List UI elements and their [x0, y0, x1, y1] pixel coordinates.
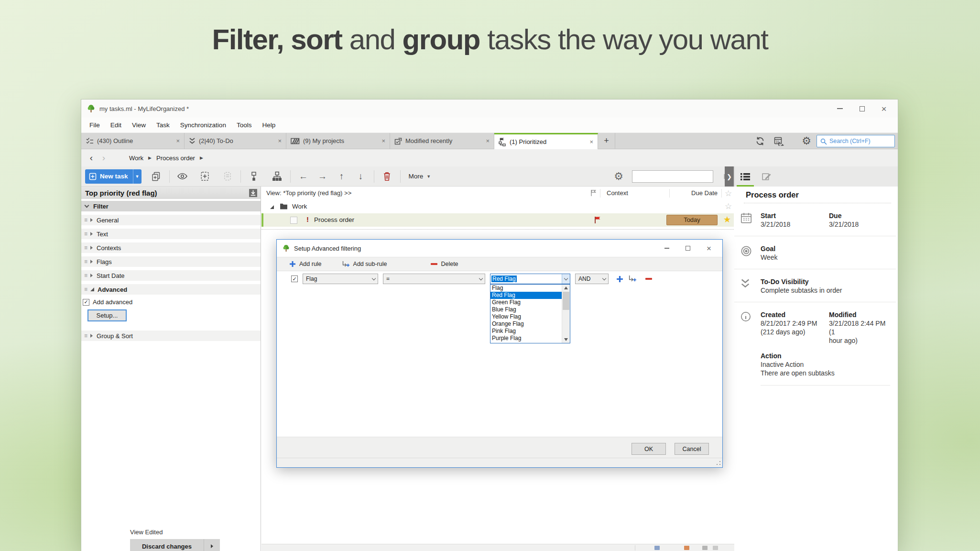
row-delete-icon[interactable]: [645, 278, 652, 280]
add-rule-button[interactable]: Add rule: [289, 261, 322, 267]
show-outline-button[interactable]: [270, 169, 284, 184]
resize-grip[interactable]: [716, 461, 721, 465]
sidebar-item-advanced[interactable]: ≡ Advanced: [81, 284, 261, 295]
drag-handle-icon[interactable]: ≡: [84, 258, 87, 265]
task-row-process-order[interactable]: ! Process order Today ★: [261, 213, 734, 227]
duplicate-task-button[interactable]: [149, 169, 163, 184]
menu-help[interactable]: Help: [257, 121, 281, 129]
sidebar-item-text[interactable]: ≡ Text: [81, 229, 261, 239]
search-input[interactable]: [817, 135, 894, 147]
tab-outline[interactable]: (430) Outline ×: [81, 133, 185, 149]
rule-enabled-checkbox[interactable]: ✓: [291, 276, 298, 282]
add-to-inbox-button[interactable]: [198, 169, 212, 184]
sidebar-item-contexts[interactable]: ≡ Contexts: [81, 242, 261, 253]
tab-task-properties[interactable]: [735, 166, 756, 187]
dialog-minimize-button[interactable]: [656, 241, 677, 256]
review-button[interactable]: [175, 169, 190, 184]
cancel-button[interactable]: Cancel: [675, 443, 709, 455]
dropdown-option[interactable]: Green Flag: [490, 299, 562, 306]
row-add-rule-icon[interactable]: [616, 276, 623, 283]
goal-value[interactable]: Week: [761, 253, 890, 262]
dialog-close-button[interactable]: ×: [698, 241, 719, 256]
flag-column-icon[interactable]: [590, 189, 597, 198]
minimize-button[interactable]: [829, 99, 851, 118]
dialog-maximize-button[interactable]: [677, 241, 698, 256]
todo-visibility-value[interactable]: Complete subtasks in order: [761, 286, 890, 295]
sync-schedule-button[interactable]: 31: [772, 134, 786, 148]
context-column-header[interactable]: Context: [607, 189, 628, 197]
discard-dropdown[interactable]: [204, 539, 220, 551]
move-down-button[interactable]: ↓: [354, 169, 368, 184]
view-settings-button[interactable]: ⚙: [611, 169, 626, 184]
scroll-up-icon[interactable]: [564, 287, 568, 289]
new-tab-button[interactable]: +: [598, 133, 615, 149]
due-value[interactable]: 3/21/2018: [829, 220, 890, 229]
menu-synchronization[interactable]: Synchronization: [175, 121, 231, 129]
dropdown-option[interactable]: Pink Flag: [490, 328, 562, 335]
star-toggle-active[interactable]: ★: [723, 214, 731, 225]
drag-handle-icon[interactable]: ≡: [84, 217, 87, 223]
start-value[interactable]: 3/21/2018: [761, 220, 829, 229]
clear-inbox-button[interactable]: [220, 169, 235, 184]
tab-notes-editor[interactable]: [756, 166, 777, 187]
delete-task-button[interactable]: [380, 169, 394, 184]
close-button[interactable]: ×: [873, 99, 895, 118]
star-toggle[interactable]: ☆: [725, 201, 732, 211]
settings-button[interactable]: ⚙: [799, 134, 814, 148]
drag-handle-icon[interactable]: ≡: [84, 286, 87, 293]
tab-prioritized[interactable]: (1) Prioritized ×: [494, 133, 598, 149]
scrollbar-thumb[interactable]: [563, 292, 569, 310]
tab-modified-recently[interactable]: Modified recently ×: [390, 133, 494, 149]
sidebar-item-flags[interactable]: ≡ Flags: [81, 256, 261, 267]
rule-operator-select[interactable]: =: [383, 274, 485, 284]
sidebar-item-group-sort[interactable]: ≡ Group & Sort: [81, 331, 261, 341]
sidebar-item-start-date[interactable]: ≡ Start Date: [81, 270, 261, 281]
indent-button[interactable]: →: [316, 169, 330, 184]
tab-close-icon[interactable]: ×: [486, 137, 490, 144]
dropdown-option[interactable]: Yellow Flag: [490, 313, 562, 320]
task-checkbox[interactable]: [290, 217, 297, 224]
menu-task[interactable]: Task: [151, 121, 175, 129]
rule-field-select[interactable]: Flag: [303, 274, 378, 284]
delete-rule-button[interactable]: Delete: [431, 261, 458, 267]
tab-todo[interactable]: (2|40) To-Do ×: [185, 133, 286, 149]
rule-value-combobox[interactable]: Red Flag: [490, 274, 570, 284]
red-flag-icon[interactable]: [594, 216, 601, 224]
dropdown-scrollbar[interactable]: [562, 285, 570, 343]
outdent-button[interactable]: ←: [296, 169, 311, 184]
drag-handle-icon[interactable]: ≡: [84, 272, 87, 279]
dropdown-option-selected[interactable]: Red Flag: [490, 292, 562, 299]
sync-button[interactable]: [753, 134, 767, 148]
tab-close-icon[interactable]: ×: [381, 137, 385, 144]
expanded-triangle-icon[interactable]: [270, 205, 274, 209]
row-add-sub-rule-icon[interactable]: [628, 275, 637, 283]
move-up-button[interactable]: ↑: [335, 169, 349, 184]
dropdown-option[interactable]: Flag: [490, 285, 562, 292]
scroll-down-icon[interactable]: [564, 338, 568, 341]
nav-forward-button[interactable]: ›: [98, 151, 110, 165]
menu-view[interactable]: View: [127, 121, 151, 129]
task-row-work[interactable]: Work ☆: [261, 200, 734, 213]
sidebar-item-general[interactable]: ≡ General: [81, 215, 261, 225]
dropdown-option[interactable]: Blue Flag: [490, 306, 562, 313]
nav-back-button[interactable]: ‹: [85, 151, 98, 165]
menu-edit[interactable]: Edit: [105, 121, 127, 129]
more-button[interactable]: More ▼: [409, 173, 431, 180]
star-column-icon[interactable]: ☆: [725, 188, 732, 198]
dropdown-option[interactable]: Orange Flag: [490, 320, 562, 328]
save-view-icon[interactable]: [249, 188, 258, 198]
show-subtasks-button[interactable]: [247, 169, 261, 184]
task-title[interactable]: Work: [292, 203, 307, 210]
rule-join-select[interactable]: AND: [575, 274, 609, 284]
drag-handle-icon[interactable]: ≡: [84, 244, 87, 251]
breadcrumb-work[interactable]: Work: [129, 154, 143, 162]
tab-close-icon[interactable]: ×: [176, 137, 180, 144]
due-date-column-header[interactable]: Due Date: [671, 189, 718, 197]
tab-close-icon[interactable]: ×: [278, 137, 282, 144]
tab-my-projects[interactable]: (9) My projects ×: [286, 133, 390, 149]
task-title[interactable]: Process order: [314, 216, 354, 223]
new-task-button[interactable]: New task ▼: [85, 169, 142, 184]
maximize-button[interactable]: [851, 99, 873, 118]
tab-close-icon[interactable]: ×: [589, 138, 593, 145]
new-task-dropdown[interactable]: ▼: [133, 169, 142, 184]
